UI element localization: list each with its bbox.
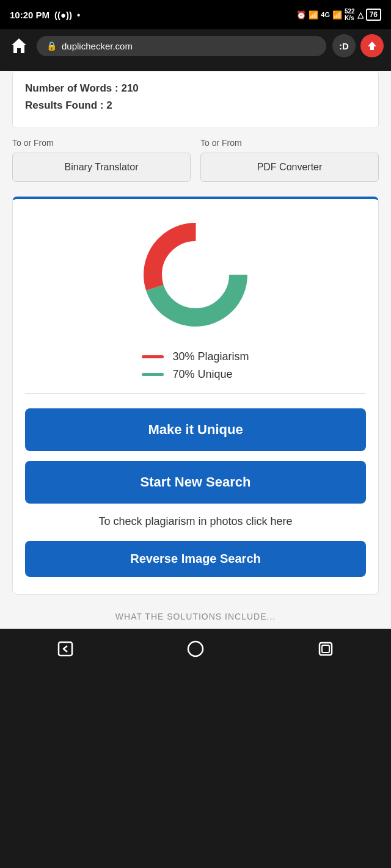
signal-icon: ((●)) xyxy=(54,10,72,20)
time: 10:20 PM xyxy=(10,10,49,20)
upload-button[interactable] xyxy=(360,34,384,57)
svg-marker-1 xyxy=(368,42,376,50)
tool-row: To or From Binary Translator To or From … xyxy=(0,128,391,187)
battery-indicator: 76 xyxy=(366,9,381,21)
result-card: 30% Plagiarism 70% Unique Make it Unique… xyxy=(12,197,379,595)
recent-nav-button[interactable] xyxy=(310,634,341,664)
lock-icon: 🔒 xyxy=(46,41,57,51)
divider xyxy=(25,393,366,394)
stats-box: Number of Words : 210 Results Found : 2 xyxy=(12,71,379,128)
url-text: duplichecker.com xyxy=(62,41,133,51)
browser-actions: :D xyxy=(332,34,384,57)
unique-legend-item: 70% Unique xyxy=(142,368,232,381)
signal-bars: 📶 xyxy=(309,10,318,20)
page-content: Number of Words : 210 Results Found : 2 … xyxy=(0,71,391,629)
back-nav-button[interactable] xyxy=(50,634,81,664)
results-label: Results Found : xyxy=(25,99,103,111)
words-label: Number of Words : xyxy=(25,82,119,94)
results-value: 2 xyxy=(106,99,112,111)
plagiarism-legend-text: 30% Plagiarism xyxy=(172,350,249,363)
unique-legend-text: 70% Unique xyxy=(172,368,232,381)
svg-marker-0 xyxy=(12,38,26,53)
home-button[interactable] xyxy=(7,34,31,57)
svg-rect-5 xyxy=(322,645,329,653)
warning-icon: △ xyxy=(357,10,364,20)
photo-check-text: To check plagiarism in photos click here xyxy=(25,513,366,530)
words-row: Number of Words : 210 xyxy=(25,82,366,95)
svg-point-3 xyxy=(188,642,203,656)
pdf-converter-button[interactable]: PDF Converter xyxy=(200,153,379,182)
browser-chrome: 🔒 duplichecker.com :D xyxy=(0,29,391,63)
emoji-button[interactable]: :D xyxy=(332,34,356,57)
address-bar[interactable]: 🔒 duplichecker.com xyxy=(37,36,326,56)
start-new-search-button[interactable]: Start New Search xyxy=(25,461,366,504)
binary-translator-button[interactable]: Binary Translator xyxy=(12,153,191,182)
signal-bars-2: 📶 xyxy=(332,10,342,20)
reverse-image-search-button[interactable]: Reverse Image Search xyxy=(25,541,366,577)
unique-legend-color xyxy=(142,373,164,376)
data-speed: 522K/s xyxy=(345,8,355,21)
chart-legend: 30% Plagiarism 70% Unique xyxy=(142,350,249,381)
nav-bar xyxy=(0,629,391,671)
home-nav-button[interactable] xyxy=(180,634,211,664)
plagiarism-legend-color xyxy=(142,355,164,358)
status-bar: 10:20 PM ((●)) • ⏰ 📶 4G 📶 522K/s △ 76 xyxy=(0,0,391,29)
chart-container xyxy=(25,214,366,336)
status-right: ⏰ 📶 4G 📶 522K/s △ 76 xyxy=(296,8,381,21)
pdf-tool-col: To or From PDF Converter xyxy=(200,138,379,182)
pdf-tool-label: To or From xyxy=(200,138,379,148)
4g-icon: 4G xyxy=(321,11,330,18)
words-value: 210 xyxy=(121,82,138,94)
bottom-text: WHAT THE SOLUTIONS INCLUDE... xyxy=(0,604,391,629)
status-left: 10:20 PM ((●)) • xyxy=(10,10,80,20)
results-row: Results Found : 2 xyxy=(25,99,366,112)
svg-rect-2 xyxy=(59,642,72,656)
binary-tool-label: To or From xyxy=(12,138,191,148)
alarm-icon: ⏰ xyxy=(296,10,306,20)
plagiarism-legend-item: 30% Plagiarism xyxy=(142,350,249,363)
make-unique-button[interactable]: Make it Unique xyxy=(25,408,366,451)
dot-icon: • xyxy=(77,10,80,20)
binary-tool-col: To or From Binary Translator xyxy=(12,138,191,182)
donut-chart xyxy=(134,214,257,336)
